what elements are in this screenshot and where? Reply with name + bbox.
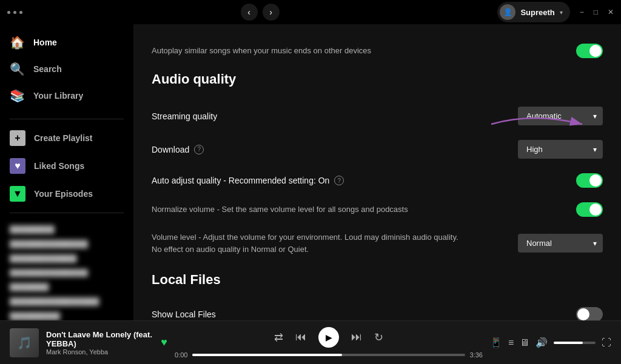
- progress-bar[interactable]: [192, 354, 465, 356]
- titlebar: ‹ › 👤 Supreeth ▾ − □ ✕: [0, 0, 621, 24]
- devices-button[interactable]: 📱: [490, 337, 502, 348]
- library-icon: 📚: [10, 88, 25, 103]
- prev-button[interactable]: ⏮: [295, 331, 306, 343]
- track-title: Don't Laave Me Lonely (feat. YEBBA): [46, 330, 153, 348]
- sidebar-liked-songs[interactable]: ♥ Liked Songs: [0, 152, 133, 180]
- queue-button[interactable]: ≡: [508, 337, 514, 348]
- sidebar-create-playlist-label: Create Playlist: [34, 133, 93, 143]
- track-thumb-inner: 🎵: [10, 328, 39, 357]
- list-item[interactable]: █████████: [5, 307, 129, 320]
- username: Supreeth: [520, 8, 554, 17]
- list-item[interactable]: ██████████████: [5, 264, 129, 277]
- back-button[interactable]: ‹: [241, 4, 258, 21]
- fullscreen-button[interactable]: ⛶: [602, 337, 611, 348]
- controls-row: ⇄ ⏮ ▶ ⏭ ↻: [274, 327, 383, 348]
- shuffle-button[interactable]: ⇄: [274, 331, 283, 344]
- list-item[interactable]: ██████████████: [5, 235, 129, 248]
- settings-content: Autoplay similar songs when your music e…: [133, 24, 621, 320]
- play-button[interactable]: ▶: [318, 327, 339, 348]
- download-select[interactable]: Low Normal High Very High: [518, 140, 603, 159]
- volume-level-wrapper: Quiet Normal Loud: [518, 234, 603, 253]
- time-current: 0:00: [175, 351, 187, 359]
- autoplay-label: Autoplay similar songs when your music e…: [152, 45, 371, 57]
- autoplay-row: Autoplay similar songs when your music e…: [152, 36, 603, 65]
- repeat-button[interactable]: ↻: [374, 331, 383, 344]
- streaming-quality-wrapper: Automatic Low Normal High Very High: [518, 107, 603, 125]
- sidebar-item-search[interactable]: 🔍 Search: [0, 56, 133, 82]
- titlebar-dots: [7, 11, 22, 14]
- local-files-title: Local Files: [152, 272, 603, 288]
- track-info: 🎵 Don't Laave Me Lonely (feat. YEBBA) Ma…: [10, 328, 167, 357]
- track-thumbnail: 🎵: [10, 328, 39, 357]
- avatar: 👤: [500, 4, 515, 20]
- sidebar-item-library[interactable]: 📚 Your Library: [0, 82, 133, 109]
- auto-adjust-toggle[interactable]: [576, 173, 603, 188]
- next-button[interactable]: ⏭: [351, 331, 362, 343]
- volume-icon[interactable]: 🔊: [535, 337, 548, 348]
- sidebar-nav: 🏠 Home 🔍 Search 📚 Your Library: [0, 24, 133, 114]
- minimize-button[interactable]: −: [580, 8, 584, 16]
- sidebar-your-episodes[interactable]: ▼ Your Episodes: [0, 180, 133, 208]
- volume-level-select[interactable]: Quiet Normal Loud: [518, 234, 603, 253]
- sidebar-liked-songs-label: Liked Songs: [34, 161, 84, 171]
- sidebar-item-home[interactable]: 🏠 Home: [0, 29, 133, 56]
- normalize-toggle[interactable]: [576, 202, 603, 217]
- sidebar-your-episodes-label: Your Episodes: [34, 189, 93, 199]
- dot3: [19, 11, 22, 14]
- user-area[interactable]: 👤 Supreeth ▾: [497, 2, 569, 22]
- volume-bar[interactable]: [554, 342, 596, 344]
- connect-button[interactable]: 🖥: [520, 337, 529, 348]
- toggle-knob: [589, 45, 602, 57]
- toggle-knob: [589, 204, 602, 216]
- show-local-files-toggle[interactable]: [576, 307, 603, 320]
- sidebar-item-home-label: Home: [33, 38, 57, 47]
- show-local-files-label: Show Local Files: [152, 309, 216, 319]
- dot2: [13, 11, 16, 14]
- download-wrapper: Low Normal High Very High: [518, 140, 603, 159]
- sidebar-playlists: ████████ ██████████████ ████████████ ███…: [0, 220, 133, 320]
- sidebar-item-library-label: Your Library: [33, 91, 83, 101]
- dot1: [7, 11, 10, 14]
- progress-bar-container: 0:00 3:36: [175, 351, 483, 359]
- time-total: 3:36: [470, 351, 483, 359]
- download-help-icon[interactable]: ?: [194, 145, 204, 154]
- player-right: 📱 ≡ 🖥 🔊 ⛶: [490, 337, 611, 348]
- download-row: Download ? Low Normal High Very High: [152, 133, 603, 166]
- streaming-quality-select[interactable]: Automatic Low Normal High Very High: [518, 107, 603, 125]
- normalize-row: Normalize volume - Set the same volume l…: [152, 195, 603, 224]
- sidebar: 🏠 Home 🔍 Search 📚 Your Library + Create …: [0, 24, 133, 320]
- list-item[interactable]: ████████████: [5, 250, 129, 263]
- streaming-quality-row: Streaming quality Automatic Low Normal H…: [152, 99, 603, 133]
- streaming-quality-label: Streaming quality: [152, 111, 217, 121]
- close-button[interactable]: ✕: [608, 8, 614, 16]
- sidebar-divider-2: [10, 213, 124, 213]
- list-item[interactable]: ███████: [5, 278, 129, 291]
- download-label: Download ?: [152, 145, 204, 154]
- list-item[interactable]: ████████: [5, 220, 129, 234]
- your-episodes-icon: ▼: [10, 186, 25, 202]
- sidebar-divider: [10, 119, 124, 119]
- home-icon: 🏠: [10, 35, 25, 50]
- sidebar-create-playlist[interactable]: + Create Playlist: [0, 124, 133, 152]
- progress-fill: [192, 354, 342, 356]
- maximize-button[interactable]: □: [594, 8, 598, 16]
- audio-quality-title: Audio quality: [152, 71, 603, 87]
- auto-adjust-label: Auto adjust quality - Recommended settin…: [152, 176, 344, 185]
- autoplay-toggle[interactable]: [576, 44, 603, 58]
- main-layout: 🏠 Home 🔍 Search 📚 Your Library + Create …: [0, 24, 621, 320]
- create-playlist-icon: +: [10, 130, 25, 146]
- normalize-label: Normalize volume - Set the same volume l…: [152, 204, 408, 216]
- forward-button[interactable]: ›: [263, 4, 280, 21]
- auto-adjust-help-icon[interactable]: ?: [334, 176, 344, 185]
- like-button[interactable]: ♥: [161, 336, 167, 349]
- track-artist: Mark Ronson, Yebba: [46, 348, 153, 356]
- track-text: Don't Laave Me Lonely (feat. YEBBA) Mark…: [46, 330, 153, 356]
- show-local-files-row: Show Local Files: [152, 300, 603, 320]
- chevron-down-icon: ▾: [560, 9, 563, 16]
- volume-level-row: Volume level - Adjust the volume for you…: [152, 224, 603, 262]
- search-icon: 🔍: [10, 62, 25, 76]
- list-item[interactable]: ████████████████: [5, 293, 129, 306]
- nav-arrows: ‹ ›: [241, 4, 280, 21]
- volume-level-label: Volume level - Adjust the volume for you…: [152, 231, 467, 255]
- toggle-knob: [577, 308, 589, 320]
